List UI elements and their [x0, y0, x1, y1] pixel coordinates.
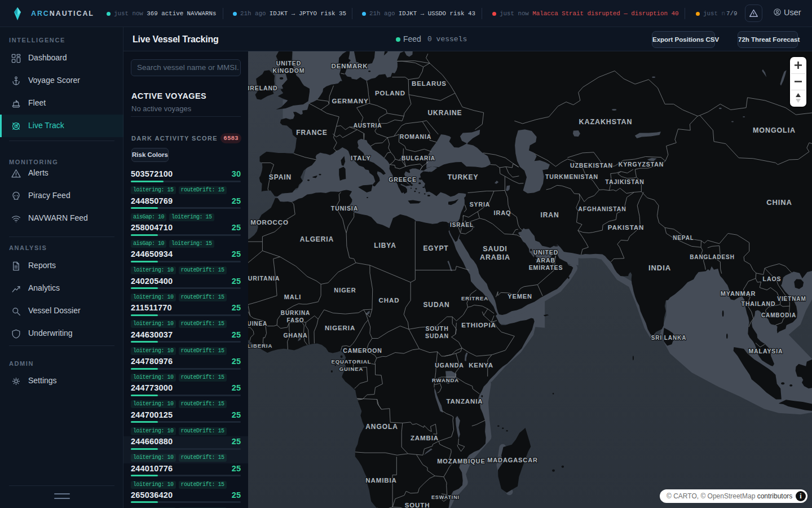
svg-text:NEPAL: NEPAL	[673, 235, 694, 241]
svg-text:IRAQ: IRAQ	[493, 209, 511, 216]
svg-text:KINGDOM: KINGDOM	[272, 67, 304, 74]
svg-text:TURKEY: TURKEY	[448, 173, 479, 181]
svg-text:SRI LANKA: SRI LANKA	[651, 335, 687, 341]
svg-text:RWANDA: RWANDA	[432, 377, 459, 383]
svg-text:KYRGYZSTAN: KYRGYZSTAN	[619, 161, 664, 168]
svg-text:MAURITANIA: MAURITANIA	[248, 275, 280, 282]
svg-text:KAZAKHSTAN: KAZAKHSTAN	[579, 118, 633, 126]
svg-text:ARAB: ARAB	[536, 257, 555, 264]
svg-text:FASO: FASO	[287, 317, 304, 323]
svg-text:SPAIN: SPAIN	[269, 173, 292, 181]
svg-text:CHINA: CHINA	[766, 198, 792, 207]
svg-text:AFGHANISTAN: AFGHANISTAN	[578, 205, 626, 212]
svg-text:CHAD: CHAD	[379, 297, 400, 304]
svg-text:GUINEA: GUINEA	[339, 366, 363, 372]
svg-text:INDIA: INDIA	[648, 264, 671, 272]
svg-text:SUDAN: SUDAN	[423, 301, 449, 309]
svg-text:IRELAND: IRELAND	[248, 85, 277, 91]
svg-text:BANGLADESH: BANGLADESH	[690, 254, 735, 260]
svg-text:IRAN: IRAN	[541, 211, 559, 219]
svg-text:UNITED: UNITED	[533, 249, 558, 256]
svg-text:ALGERIA: ALGERIA	[300, 235, 334, 243]
svg-text:ISRAEL: ISRAEL	[450, 222, 474, 228]
svg-text:MONGOLIA: MONGOLIA	[753, 126, 796, 134]
svg-text:GERMANY: GERMANY	[332, 98, 368, 104]
svg-text:MALI: MALI	[284, 294, 301, 300]
svg-text:UZBEKISTAN: UZBEKISTAN	[570, 162, 613, 169]
svg-text:ESWATINI: ESWATINI	[431, 494, 460, 500]
svg-text:TUNISIA: TUNISIA	[331, 205, 358, 212]
svg-text:TAJIKISTAN: TAJIKISTAN	[605, 178, 644, 185]
svg-text:NIGER: NIGER	[334, 287, 356, 294]
svg-text:ERITREA: ERITREA	[461, 295, 488, 301]
svg-text:FRANCE: FRANCE	[296, 129, 327, 137]
svg-text:UKRAINE: UKRAINE	[428, 109, 462, 117]
svg-text:LIBYA: LIBYA	[374, 242, 396, 249]
svg-text:SOUTH: SOUTH	[425, 325, 448, 332]
svg-text:ZAMBIA: ZAMBIA	[411, 435, 439, 441]
svg-text:PAKISTAN: PAKISTAN	[608, 224, 644, 231]
svg-text:SYRIA: SYRIA	[470, 201, 491, 208]
svg-text:ANGOLA: ANGOLA	[365, 423, 398, 431]
svg-text:MOZAMBIQUE: MOZAMBIQUE	[437, 458, 485, 465]
svg-text:YEMEN: YEMEN	[508, 293, 532, 300]
svg-text:MOROCCO: MOROCCO	[250, 219, 289, 226]
svg-text:ETHIOPIA: ETHIOPIA	[461, 322, 496, 329]
svg-text:VIETNAM: VIETNAM	[777, 296, 806, 302]
svg-text:ROMANIA: ROMANIA	[400, 133, 431, 140]
svg-text:TURKMENISTAN: TURKMENISTAN	[545, 173, 598, 180]
svg-text:CAMEROON: CAMEROON	[343, 347, 382, 354]
svg-text:ITALY: ITALY	[351, 155, 371, 161]
svg-text:CAMBODIA: CAMBODIA	[761, 312, 796, 318]
svg-text:NAMIBIA: NAMIBIA	[365, 477, 397, 484]
svg-text:EMIRATES: EMIRATES	[529, 264, 563, 271]
svg-text:MADAGASCAR: MADAGASCAR	[487, 457, 538, 463]
svg-text:MYANMAR: MYANMAR	[721, 290, 756, 297]
svg-text:BURKINA: BURKINA	[281, 310, 310, 316]
svg-text:THAILAND: THAILAND	[742, 300, 776, 307]
svg-text:POLAND: POLAND	[375, 90, 405, 97]
svg-text:DENMARK: DENMARK	[331, 63, 368, 69]
svg-text:NIGERIA: NIGERIA	[325, 325, 355, 331]
svg-text:UNITED: UNITED	[276, 60, 301, 67]
svg-text:GHANA: GHANA	[284, 332, 308, 339]
svg-text:SAUDI: SAUDI	[483, 245, 507, 253]
svg-text:SOUTH: SOUTH	[405, 502, 430, 508]
svg-text:SUDAN: SUDAN	[425, 332, 449, 339]
svg-text:LIBERIA: LIBERIA	[248, 343, 272, 349]
svg-text:GREECE: GREECE	[389, 176, 417, 183]
svg-text:MALAYSIA: MALAYSIA	[748, 348, 783, 354]
svg-text:UGANDA: UGANDA	[435, 362, 464, 369]
svg-text:TANZANIA: TANZANIA	[446, 398, 483, 405]
svg-text:KENYA: KENYA	[469, 362, 493, 369]
svg-text:BELARUS: BELARUS	[412, 80, 447, 87]
svg-text:EGYPT: EGYPT	[423, 244, 448, 252]
svg-text:BULGARIA: BULGARIA	[401, 155, 435, 161]
svg-text:ARABIA: ARABIA	[480, 253, 510, 261]
svg-text:AUSTRIA: AUSTRIA	[354, 122, 382, 129]
svg-text:LAOS: LAOS	[763, 275, 782, 282]
svg-text:EQUATORIAL: EQUATORIAL	[332, 358, 372, 365]
svg-text:GUINEA: GUINEA	[248, 321, 267, 327]
